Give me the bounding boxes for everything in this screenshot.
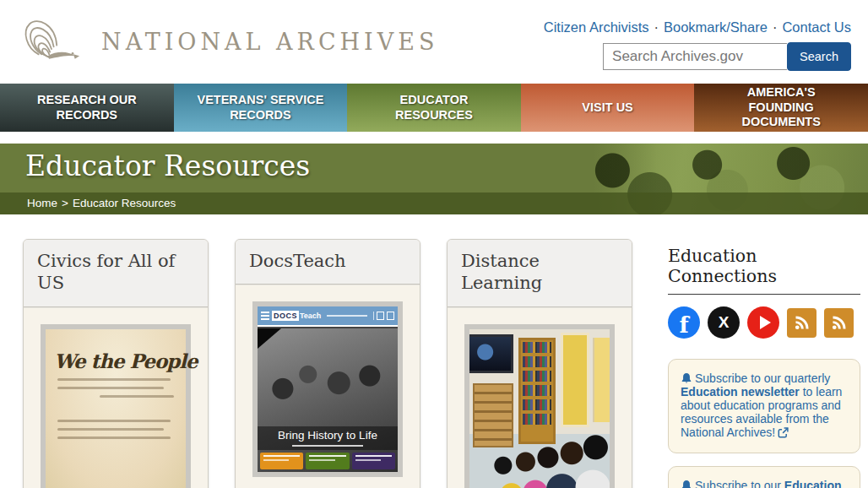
sidebar-title: Education Connections <box>668 246 860 295</box>
constitution-parchment: We the People <box>46 329 186 488</box>
card-docsteach: DocsTeach DOCS Teach Bri <box>235 239 420 488</box>
newsletter-link[interactable]: Education newsletter <box>681 385 800 399</box>
yellow-door-2 <box>593 338 610 422</box>
header-right: Citizen Archivists·Bookmark/Share·Contac… <box>544 13 851 71</box>
headline-band: Bring History to Life <box>258 426 398 450</box>
nara-logo[interactable]: NATIONAL ARCHIVES <box>22 14 439 70</box>
yellow-door <box>561 333 589 427</box>
tagline-bar <box>327 315 367 317</box>
docsteach-buttons-row <box>260 453 395 469</box>
card-header: Distance Learning <box>448 240 632 307</box>
card-title: Civics for All of US <box>37 250 194 295</box>
breadcrumb-separator: > <box>62 197 68 209</box>
students-audience <box>469 426 610 488</box>
card-header: Civics for All of US <box>24 240 208 307</box>
distance-learning-image[interactable] <box>464 324 615 488</box>
card-title: Distance Learning <box>461 250 618 295</box>
facebook-icon[interactable]: f <box>668 306 700 339</box>
card-title: DocsTeach <box>249 250 406 272</box>
box-text-prefix: Subscribe to our <box>695 479 784 488</box>
x-twitter-icon[interactable]: X <box>708 306 740 339</box>
docsteach-logo: DOCS Teach <box>272 311 321 321</box>
link-separator: · <box>654 19 659 35</box>
main-nav: RESEARCH OUR RECORDS VETERANS' SERVICE R… <box>0 84 868 132</box>
docsteach-site-image[interactable]: DOCS Teach Bring History to Life <box>252 301 403 477</box>
search-bar: Search <box>603 43 851 71</box>
blog-subscribe-box[interactable]: Subscribe to our Education Updates blog … <box>668 466 860 488</box>
main-content: Civics for All of US We the People DocsT… <box>0 214 868 488</box>
contact-us-link[interactable]: Contact Us <box>782 19 851 35</box>
social-icons-row: f X <box>668 306 860 339</box>
nav-americas-founding-documents[interactable]: AMERICA'S FOUNDING DOCUMENTS <box>694 84 868 132</box>
external-link-icon <box>778 427 789 438</box>
script-line <box>57 420 171 422</box>
menu-icon <box>261 312 269 320</box>
search-input[interactable] <box>603 43 787 70</box>
nav-veterans-service-records[interactable]: VETERANS' SERVICE RECORDS <box>174 84 348 132</box>
rss-icon[interactable] <box>787 308 816 338</box>
classroom-scene <box>469 329 610 488</box>
purple-button <box>352 453 395 469</box>
bell-icon <box>681 372 692 384</box>
breadcrumb-current: Educator Resources <box>73 197 176 209</box>
soldiers-photo: Bring History to Life <box>258 328 398 472</box>
we-the-people-text: We the People <box>54 350 177 372</box>
script-line <box>57 378 171 381</box>
docsteach-mini-site: DOCS Teach Bring History to Life <box>258 306 398 472</box>
education-connections-sidebar: Education Connections f X <box>668 239 860 488</box>
citizen-archivists-link[interactable]: Citizen Archivists <box>544 19 649 35</box>
script-line <box>57 428 164 431</box>
nav-visit-us[interactable]: VISIT US <box>521 84 695 132</box>
bring-history-to-life-text: Bring History to Life <box>258 429 398 442</box>
subline-bar <box>292 445 363 447</box>
green-button <box>306 453 349 469</box>
nav-educator-resources[interactable]: EDUCATOR RESOURCES <box>347 84 521 132</box>
youtube-icon[interactable] <box>747 306 779 339</box>
header-icons <box>373 312 394 320</box>
script-line <box>57 436 171 439</box>
box-text-prefix: Subscribe to our quarterly <box>695 371 830 385</box>
card-header: DocsTeach <box>236 240 420 285</box>
link-separator: · <box>773 19 778 35</box>
newsletter-subscribe-box[interactable]: Subscribe to our quarterly Education new… <box>668 359 860 453</box>
breadcrumb: Home>Educator Resources <box>0 192 868 214</box>
rss-icon[interactable] <box>824 308 854 338</box>
card-distance-learning: Distance Learning <box>447 239 632 488</box>
site-header: NATIONAL ARCHIVES Citizen Archivists·Boo… <box>0 0 868 84</box>
civics-constitution-image[interactable]: We the People <box>41 324 191 488</box>
bell-icon <box>681 480 692 488</box>
eagle-logo-icon <box>22 14 95 70</box>
card-civics-for-all-of-us: Civics for All of US We the People <box>23 239 209 488</box>
logo-wordmark: NATIONAL ARCHIVES <box>101 29 439 55</box>
utility-links: Citizen Archivists·Bookmark/Share·Contac… <box>544 19 851 35</box>
page-title: Educator Resources <box>0 144 868 182</box>
bookmark-share-link[interactable]: Bookmark/Share <box>664 19 768 35</box>
script-line <box>100 395 174 398</box>
nav-research-our-records[interactable]: RESEARCH OUR RECORDS <box>0 84 174 132</box>
breadcrumb-home-link[interactable]: Home <box>27 197 57 209</box>
tv-screen <box>469 334 513 373</box>
search-button[interactable]: Search <box>787 42 851 71</box>
orange-button <box>260 453 303 469</box>
page: NATIONAL ARCHIVES Citizen Archivists·Boo… <box>0 0 868 488</box>
hero-banner: Educator Resources Home>Educator Resourc… <box>0 144 868 214</box>
docsteach-mini-header: DOCS Teach <box>258 306 398 327</box>
script-line <box>57 387 164 389</box>
